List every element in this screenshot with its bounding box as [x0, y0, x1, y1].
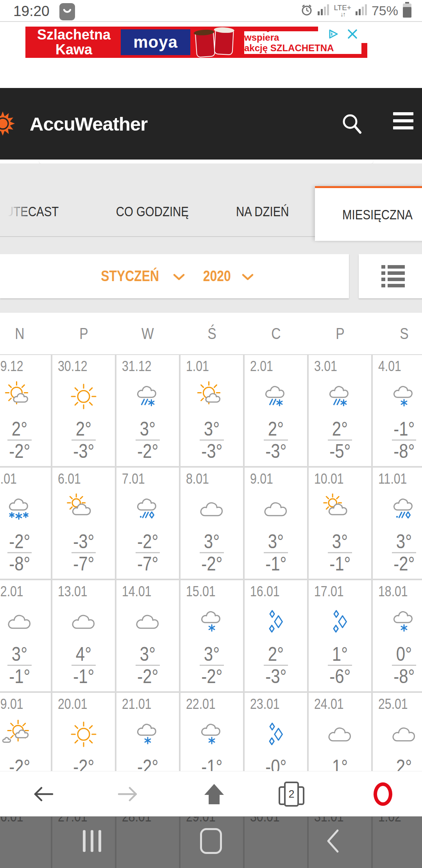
- tab-label: NA DZIEŃ: [236, 204, 289, 219]
- calendar-day-cell[interactable]: 31.12 3°-2°: [116, 355, 179, 466]
- browser-back-icon[interactable]: [27, 771, 59, 817]
- tab-co-godzinę[interactable]: CO GODZINĘ: [100, 187, 205, 236]
- high-temp: 3°: [12, 644, 27, 665]
- ad-banner[interactable]: Szlachetna Kawa moya Każdy kubek kawy ws…: [25, 27, 367, 58]
- low-temp: -7°: [73, 553, 94, 574]
- calendar-day-cell[interactable]: 8.013°-2°: [181, 468, 243, 579]
- lte-indicator: LTE+ ↓↑: [334, 4, 351, 18]
- day-date: 11.01: [378, 471, 407, 487]
- calendar-day-cell[interactable]: 4.01 -1°-8°: [373, 355, 422, 466]
- day-date: 16.01: [250, 583, 280, 600]
- calendar-day-cell[interactable]: 17.011°-6°: [309, 580, 371, 691]
- ad-close-icon[interactable]: [347, 29, 358, 41]
- calendar-day-cell[interactable]: 2.01 2°-3°: [245, 355, 307, 466]
- weather-icon-cloud-snow3: [0, 487, 51, 531]
- day-date: 18.01: [378, 583, 408, 600]
- android-nav-overlay: [0, 816, 422, 868]
- calendar-day-cell[interactable]: 18.01 0°-8°: [373, 580, 422, 691]
- alarm-icon: [300, 3, 313, 18]
- calendar-day-cell[interactable]: 3.01 2°-5°: [309, 355, 371, 466]
- tab-miesięczna[interactable]: MIESIĘCZNA: [315, 186, 422, 241]
- weather-icon-sun-cloud: [181, 375, 243, 418]
- weather-icon-sun-clouds2: [0, 712, 51, 756]
- list-view-icon[interactable]: [381, 265, 405, 287]
- low-temp: -5°: [329, 441, 350, 462]
- high-temp: -1°: [393, 418, 415, 439]
- calendar-day-cell[interactable]: 15.01 3°-2°: [181, 580, 243, 691]
- adchoices-icon[interactable]: [328, 29, 340, 41]
- calendar-day-cell[interactable]: 14.013°-2°: [116, 580, 179, 691]
- app-header: AccuWeather: [0, 88, 422, 160]
- day-date: 29.12: [0, 358, 23, 375]
- opera-logo-icon[interactable]: [367, 771, 399, 817]
- low-temp: -7°: [137, 553, 158, 574]
- calendar-day-cell[interactable]: 10.013°-1°: [309, 468, 371, 579]
- day-date: 23.01: [250, 696, 280, 712]
- hamburger-menu-icon[interactable]: [393, 112, 413, 129]
- calendar-day-cell[interactable]: 29.122°-2°: [0, 355, 51, 466]
- android-home-icon[interactable]: [193, 823, 229, 859]
- high-temp: 3°: [332, 531, 348, 552]
- weather-icon-cloud: [309, 712, 371, 756]
- browser-forward-icon[interactable]: [113, 771, 144, 817]
- day-date: 13.01: [58, 583, 88, 600]
- tab-na-dzień[interactable]: NA DZIEŃ: [210, 187, 315, 236]
- browser-tabs-icon[interactable]: 2: [276, 771, 307, 817]
- calendar-day-cell[interactable]: 1.013°-3°: [181, 355, 243, 466]
- low-temp: -1°: [73, 666, 94, 687]
- day-date: 20.01: [58, 696, 88, 712]
- low-temp: -8°: [393, 441, 415, 462]
- android-recents-icon[interactable]: [74, 823, 109, 859]
- status-divider: [0, 21, 422, 22]
- calendar-day-cell[interactable]: 11.013°-2°: [373, 468, 422, 579]
- calendar-day-cell[interactable]: 7.01-2°-7°: [116, 468, 179, 579]
- low-temp: -8°: [393, 666, 415, 687]
- day-header-6: S: [373, 313, 422, 354]
- day-date: 31.12: [122, 358, 152, 375]
- calendar-day-cell[interactable]: 5.01 -2°-8°: [0, 468, 51, 579]
- day-header-1: P: [52, 313, 115, 354]
- weather-icon-cloud-snow: [181, 600, 243, 644]
- weather-icon-ice: [245, 600, 307, 644]
- calendar-day-cell[interactable]: 30.122°-3°: [52, 355, 115, 466]
- weather-icon-cloud-ice: [116, 487, 179, 531]
- low-temp: -2°: [201, 666, 222, 687]
- high-temp: 2°: [332, 418, 348, 439]
- android-back-icon[interactable]: [315, 823, 350, 859]
- year-dropdown[interactable]: 2020: [200, 268, 254, 285]
- weather-icon-sun: [52, 375, 115, 418]
- chevron-down-icon: [242, 268, 254, 285]
- weather-icon-cloud: [116, 600, 179, 644]
- calendar-day-cell[interactable]: 16.012°-3°: [245, 580, 307, 691]
- day-date: 1.01: [186, 358, 209, 375]
- phone-screen: 19:20 LTE+ ↓↑: [0, 0, 422, 868]
- month-dropdown[interactable]: STYCZEŃ: [95, 268, 185, 285]
- search-icon[interactable]: [339, 111, 367, 139]
- day-date: 17.01: [314, 583, 344, 600]
- month-selector-card: STYCZEŃ 2020: [0, 254, 349, 298]
- calendar-day-cell[interactable]: 13.014°-1°: [52, 580, 115, 691]
- day-date: 25.01: [378, 696, 408, 712]
- scroll-indicator[interactable]: [39, 160, 373, 163]
- low-temp: -3°: [265, 666, 286, 687]
- high-temp: 3°: [140, 418, 156, 439]
- day-date: 5.01: [0, 471, 17, 487]
- calendar-day-cell[interactable]: 6.01-3°-7°: [52, 468, 115, 579]
- chevron-down-icon: [173, 268, 185, 285]
- calendar-day-cell[interactable]: 12.013°-1°: [0, 580, 51, 691]
- weather-icon-cloud: [245, 487, 307, 531]
- weather-icon-ice: [309, 600, 371, 644]
- notification-app-icon: [59, 2, 76, 23]
- day-date: 7.01: [122, 471, 145, 487]
- day-date: 12.01: [0, 583, 23, 600]
- day-date: 19.01: [0, 696, 23, 712]
- high-temp: 2°: [12, 418, 27, 439]
- weather-icon-cloud-rain-snow: [309, 375, 371, 418]
- browser-home-icon[interactable]: [198, 771, 230, 817]
- day-header-3: Ś: [181, 313, 243, 354]
- day-date: 10.01: [314, 471, 344, 487]
- clock-time: 19:20: [13, 3, 50, 20]
- calendar-day-cell[interactable]: 9.013°-1°: [245, 468, 307, 579]
- weather-icon-cloud-snow: [373, 600, 422, 644]
- browser-nav-bar: 2: [0, 771, 422, 817]
